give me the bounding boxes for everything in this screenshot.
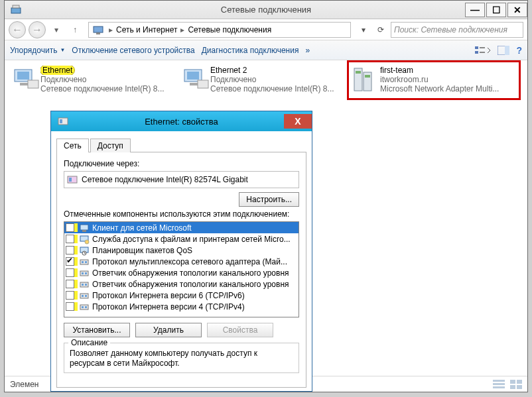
component-checkbox[interactable]	[66, 223, 74, 232]
tab-access[interactable]: Доступ	[90, 139, 131, 152]
component-row[interactable]: Клиент для сетей Microsoft	[64, 222, 299, 233]
nav-forward-button[interactable]: →	[29, 21, 46, 38]
annotation-red-box	[347, 60, 521, 100]
nav-history-dropdown[interactable]: ▾	[48, 22, 64, 38]
organize-menu[interactable]: Упорядочить▼	[10, 46, 65, 55]
svg-rect-44	[85, 272, 87, 274]
svg-rect-42	[80, 271, 88, 276]
component-label: Служба доступа к файлам и принтерам сете…	[92, 235, 291, 244]
svg-rect-16	[190, 83, 198, 85]
component-checkbox[interactable]	[66, 302, 74, 311]
preview-pane-button[interactable]	[498, 46, 509, 55]
explorer-titlebar[interactable]: Сетевые подключения — ☐ ✕	[5, 1, 527, 19]
search-input[interactable]: Поиск: Сетевые подключения	[391, 22, 523, 38]
component-checkbox[interactable]	[66, 235, 74, 243]
component-row[interactable]: Ответчик обнаружения топологии канальног…	[64, 267, 299, 278]
connection-name: Ethernet 2	[210, 66, 348, 75]
adapter-name: Сетевое подключение Intel(R) 82574L Giga…	[82, 175, 248, 184]
proto-icon	[79, 279, 90, 290]
nav-back-button[interactable]: ←	[9, 21, 26, 38]
crumb-network-connections[interactable]: Сетевые подключения	[186, 25, 273, 34]
component-checkbox[interactable]	[66, 280, 74, 288]
component-row[interactable]: Служба доступа к файлам и принтерам сете…	[64, 233, 299, 245]
svg-rect-28	[517, 385, 522, 389]
properties-tabstrip: Сеть Доступ	[56, 138, 306, 152]
checkbox-highlight	[66, 235, 78, 243]
svg-rect-26	[517, 380, 522, 384]
overflow-menu[interactable]: »	[305, 46, 310, 55]
component-row[interactable]: Планировщик пакетов QoS	[64, 245, 299, 256]
component-checkbox[interactable]	[66, 291, 74, 300]
component-checkbox[interactable]	[66, 246, 74, 255]
description-legend: Описание	[68, 338, 110, 347]
svg-rect-50	[85, 295, 87, 297]
component-row[interactable]: Протокол мультиплексора сетевого адаптер…	[64, 256, 299, 267]
install-button[interactable]: Установить...	[64, 323, 130, 337]
svg-rect-45	[80, 282, 88, 287]
components-list[interactable]: Клиент для сетей MicrosoftСлужба доступа…	[64, 221, 299, 317]
nav-up-button[interactable]: ↑	[67, 22, 83, 38]
checkbox-highlight	[66, 302, 78, 311]
svg-rect-33	[80, 225, 88, 230]
view-options-button[interactable]	[475, 45, 491, 56]
svg-rect-49	[82, 295, 84, 297]
component-row[interactable]: Протокол Интернета версии 6 (TCP/IPv6)	[64, 290, 299, 301]
svg-rect-53	[85, 306, 87, 308]
svg-point-36	[85, 240, 89, 244]
address-dropdown-button[interactable]: ▾	[356, 23, 371, 37]
help-button[interactable]: ?	[516, 45, 522, 56]
checkbox-highlight	[66, 291, 78, 300]
properties-title: Ethernet: свойства	[51, 117, 312, 127]
description-group: Описание Позволяет данному компьютеру по…	[64, 343, 299, 373]
component-label: Планировщик пакетов QoS	[92, 246, 192, 255]
component-row[interactable]: Протокол Интернета версии 4 (TCP/IPv4)	[64, 301, 299, 312]
refresh-button[interactable]: ⟳	[373, 23, 388, 37]
properties-button[interactable]: Свойства	[207, 323, 273, 337]
disable-device-button[interactable]: Отключение сетевого устройства	[72, 46, 194, 55]
component-row[interactable]: Ответчик обнаружения топологии канальног…	[64, 278, 299, 290]
svg-rect-5	[475, 51, 478, 54]
svg-rect-41	[85, 261, 87, 263]
proto-icon	[79, 290, 90, 301]
component-label: Ответчик обнаружения топологии канальног…	[92, 280, 289, 289]
svg-rect-40	[82, 261, 84, 263]
component-checkbox[interactable]	[66, 257, 74, 266]
svg-rect-7	[480, 52, 485, 53]
crumb-separator-icon: ▸	[179, 25, 186, 34]
svg-rect-13	[28, 80, 38, 88]
component-checkbox[interactable]	[66, 268, 74, 277]
diagnose-connection-button[interactable]: Диагностика подключения	[202, 46, 299, 55]
client-icon	[79, 223, 90, 233]
connection-status: Подключено	[210, 75, 348, 84]
tab-network[interactable]: Сеть	[56, 139, 89, 152]
configure-button[interactable]: Настроить...	[239, 192, 299, 207]
view-details-button[interactable]	[493, 380, 505, 389]
view-large-icons-button[interactable]	[510, 380, 522, 389]
window-title: Сетевые подключения	[5, 5, 527, 15]
proto-icon	[79, 256, 90, 267]
nic-small-icon	[67, 174, 78, 185]
adapter-display: Сетевое подключение Intel(R) 82574L Giga…	[64, 171, 299, 188]
breadcrumb-bar[interactable]: ▸ Сеть и Интернет ▸ Сетевые подключения	[88, 22, 351, 38]
connection-adapter: Сетевое подключение Intel(R) 8...	[40, 84, 178, 93]
crumb-network-internet[interactable]: Сеть и Интернет	[114, 25, 179, 34]
svg-rect-23	[493, 383, 505, 385]
uninstall-button[interactable]: Удалить	[135, 323, 202, 337]
svg-rect-11	[17, 72, 29, 80]
address-bar-row: ← → ▾ ↑ ▸ Сеть и Интернет ▸ Сетевые подк…	[5, 19, 527, 40]
svg-rect-15	[187, 72, 199, 80]
component-label: Клиент для сетей Microsoft	[92, 223, 192, 233]
connection-item-ethernet2[interactable]: Ethernet 2 Подключено Сетевое подключени…	[181, 66, 350, 100]
description-text: Позволяет данному компьютеру получать до…	[70, 349, 293, 369]
svg-rect-12	[20, 83, 28, 85]
connection-name-highlight: Ethernet	[40, 66, 74, 75]
svg-rect-17	[198, 80, 208, 88]
statusbar-text: Элемен	[10, 380, 38, 389]
connection-item-ethernet[interactable]: Ethernet Подключено Сетевое подключение …	[11, 66, 180, 100]
svg-rect-51	[80, 305, 88, 310]
properties-titlebar[interactable]: Ethernet: свойства X	[51, 111, 312, 131]
svg-rect-47	[85, 284, 87, 286]
crumb-separator-icon: ▸	[107, 25, 114, 34]
svg-rect-6	[480, 47, 485, 48]
svg-rect-24	[493, 386, 505, 388]
